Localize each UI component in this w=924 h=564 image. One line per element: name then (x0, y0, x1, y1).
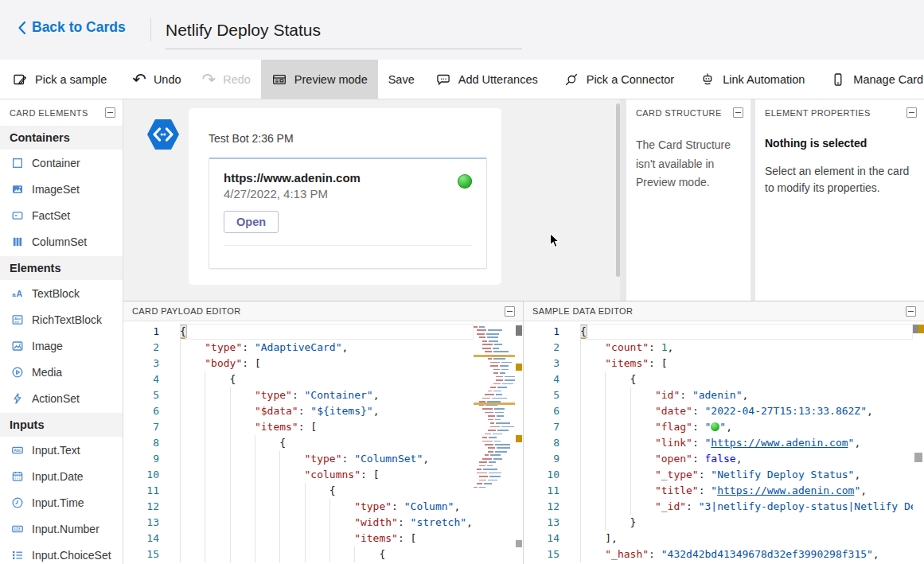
imageset-icon (11, 183, 24, 196)
line-numbers: 123456789101112131415 (123, 324, 180, 564)
container-icon (11, 157, 24, 169)
ruler-marker (516, 435, 522, 442)
card-title-input[interactable]: Netlify Deploy Status (166, 11, 522, 49)
undo-icon: ↶ (132, 72, 146, 87)
card-payload-editor-title: CARD PAYLOAD EDITOR (132, 306, 505, 316)
redo-button[interactable]: ↷ Redo (192, 60, 261, 99)
element-properties-message: Select an element in the card to modify … (765, 163, 914, 196)
manage-settings-icon (830, 72, 846, 88)
richtextblock-icon: Abcdef (11, 313, 24, 326)
panel-gap (620, 99, 626, 301)
collapse-icon[interactable] (733, 107, 743, 118)
collapse-icon[interactable] (105, 107, 115, 118)
card-elements-title: CARD ELEMENTS (10, 108, 105, 118)
sidebar-item-input-text[interactable]: Abc Input.Text (0, 437, 123, 463)
input-text-icon: Abc (11, 444, 24, 457)
add-utterances-icon (435, 72, 451, 88)
bot-message-panel: Test Bot 2:36 PM https://www.adenin.com … (189, 108, 501, 285)
sidebar-item-columnset[interactable]: ColumnSet (0, 228, 123, 255)
collapse-icon[interactable] (906, 107, 917, 118)
sidebar-item-input-date[interactable]: Input.Date (0, 463, 123, 489)
columnset-icon (11, 235, 24, 248)
open-button[interactable]: Open (224, 211, 279, 233)
factset-icon (11, 209, 24, 222)
back-to-cards-link[interactable]: Back to Cards (18, 19, 126, 36)
overview-ruler[interactable] (913, 324, 924, 564)
media-icon (11, 366, 24, 379)
overview-ruler[interactable] (515, 324, 523, 564)
sidebar-section-containers[interactable]: Containers (0, 126, 123, 150)
pick-a-sample-button[interactable]: Pick a sample (2, 60, 117, 99)
payload-code-editor[interactable]: 123456789101112131415 {"type": "Adaptive… (123, 321, 523, 564)
svg-text:A: A (16, 289, 22, 298)
toolbar: Pick a sample ↶ Undo ↷ Redo Preview mode… (0, 60, 924, 99)
sidebar-item-input-time[interactable]: Input.Time (0, 489, 123, 515)
card-structure-panel: CARD STRUCTURE The Card Structure isn't … (626, 99, 751, 301)
minimap-highlight (474, 355, 515, 357)
card-structure-message: The Card Structure isn't available in Pr… (636, 136, 738, 193)
nothing-selected-heading: Nothing is selected (765, 137, 914, 150)
sample-data-editor-title: SAMPLE DATA EDITOR (532, 306, 906, 316)
sidebar-item-container[interactable]: Container (0, 150, 123, 176)
ruler-marker (516, 364, 522, 371)
sample-code-editor[interactable]: 123456789101112131415 {"count": 1,"items… (524, 321, 924, 564)
sidebar-item-image[interactable]: Image (0, 333, 123, 359)
sidebar-item-richtextblock[interactable]: Abcdef RichTextBlock (0, 306, 123, 333)
sidebar-item-input-choiceset[interactable]: Input.ChoiceSet (0, 542, 123, 564)
preview-canvas: Test Bot 2:36 PM https://www.adenin.com … (123, 99, 620, 301)
collapse-icon[interactable] (906, 306, 916, 317)
page-header: Back to Cards Netlify Deploy Status (0, 0, 924, 60)
adaptive-card-preview[interactable]: https://www.adenin.com 4/27/2022, 4:13 P… (209, 158, 487, 269)
header-separator (150, 18, 151, 41)
link-automation-icon (700, 72, 715, 88)
ruler-marker (914, 453, 922, 462)
sidebar-item-actionset[interactable]: ActionSet (0, 385, 123, 411)
pick-a-connector-button[interactable]: Pick a Connector (553, 60, 684, 99)
actionset-icon (11, 392, 24, 405)
sidebar-section-elements[interactable]: Elements (0, 256, 123, 280)
input-date-icon (11, 470, 24, 483)
svg-text:def: def (14, 319, 20, 323)
chevron-left-icon (18, 21, 26, 35)
element-properties-title: ELEMENT PROPERTIES (765, 108, 906, 118)
card-link-title: https://www.adenin.com (224, 171, 458, 185)
sidebar-item-input-number[interactable]: 123 Input.Number (0, 515, 123, 542)
sidebar-item-media[interactable]: Media (0, 359, 123, 385)
code-area[interactable]: {"count": 1,"items": [{"id": "adenin","d… (580, 324, 913, 564)
scrollbar-thumb[interactable] (516, 325, 522, 336)
input-choiceset-icon (11, 549, 24, 562)
sample-data-editor: SAMPLE DATA EDITOR 123456789101112131415… (524, 301, 924, 564)
sidebar-item-imageset[interactable]: ImageSet (0, 176, 123, 202)
collapse-icon[interactable] (505, 306, 515, 317)
scrollbar-thumb[interactable] (913, 325, 918, 333)
save-button[interactable]: Save (378, 60, 425, 99)
page-title: Netlify Deploy Status (166, 21, 321, 40)
card-divider (224, 245, 472, 246)
preview-mode-button[interactable]: Preview mode (261, 60, 378, 99)
sidebar-item-textblock[interactable]: aA TextBlock (0, 280, 123, 306)
minimap[interactable] (474, 324, 515, 564)
status-dot (458, 174, 472, 189)
card-structure-title: CARD STRUCTURE (636, 108, 733, 118)
card-date: 4/27/2022, 4:13 PM (224, 187, 458, 200)
input-time-icon (11, 496, 24, 509)
sidebar-section-inputs[interactable]: Inputs (0, 413, 123, 437)
image-icon (11, 340, 24, 352)
card-designer-app: Back to Cards Netlify Deploy Status Pick… (0, 0, 924, 564)
undo-button[interactable]: ↶ Undo (122, 60, 191, 99)
line-numbers: 123456789101112131415 (524, 324, 580, 564)
sidebar-item-factset[interactable]: FactSet (0, 202, 123, 228)
ruler-marker (516, 540, 522, 547)
pick-connector-icon (563, 72, 579, 88)
green-circle-emoji (711, 422, 719, 431)
element-properties-panel: ELEMENT PROPERTIES Nothing is selected S… (755, 99, 924, 301)
manage-card-settings-button[interactable]: Manage Card Settings (820, 60, 924, 99)
add-utterances-button[interactable]: Add Utterances (425, 60, 548, 99)
ruler-marker (918, 325, 924, 333)
pick-sample-icon (12, 72, 28, 88)
code-area[interactable]: {"type": "AdaptiveCard","body": [{"type"… (180, 324, 474, 564)
card-payload-editor: CARD PAYLOAD EDITOR 12345678910111213141… (123, 301, 524, 564)
link-automation-button[interactable]: Link Automation (689, 60, 815, 99)
textblock-icon: aA (11, 287, 24, 300)
back-to-cards-label: Back to Cards (32, 19, 126, 36)
